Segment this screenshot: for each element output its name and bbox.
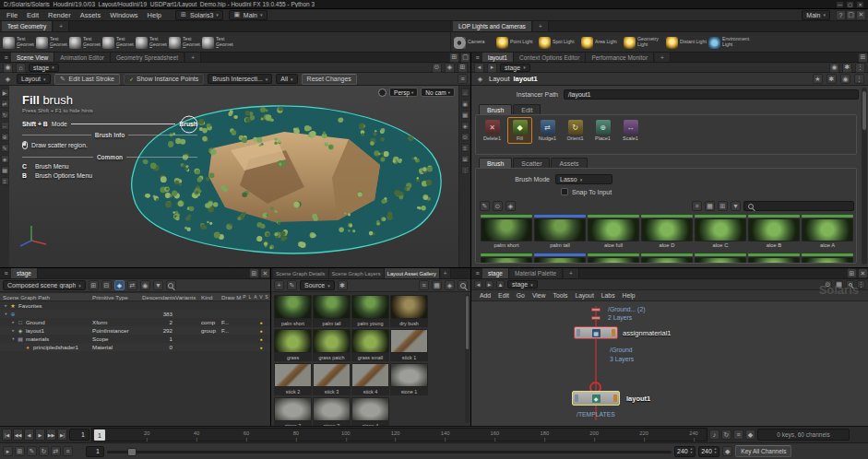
- gallery-item[interactable]: stick 3: [313, 363, 351, 395]
- menu-item[interactable]: Help: [143, 11, 166, 19]
- close-button[interactable]: ✕: [856, 1, 864, 8]
- asset-item[interactable]: palm tall: [533, 215, 587, 250]
- asset-item[interactable]: aloe C: [694, 215, 747, 250]
- camera-lock-icon[interactable]: [378, 88, 386, 97]
- loop-icon[interactable]: ↻: [721, 430, 731, 440]
- asset-item[interactable]: [747, 253, 801, 264]
- move-tool-icon[interactable]: ⇄: [1, 100, 9, 108]
- transport-button[interactable]: ▶|: [57, 429, 67, 441]
- pane-tab-add[interactable]: +: [564, 268, 579, 278]
- shelf-tab-add-2[interactable]: +: [533, 21, 549, 31]
- shelf-tool[interactable]: Test Geometry: T...: [136, 37, 167, 49]
- bypass-flag[interactable]: [575, 394, 578, 402]
- forward-icon[interactable]: ▸: [485, 280, 493, 288]
- pane-close-icon[interactable]: ✕: [858, 268, 868, 278]
- shelf-tab-add[interactable]: +: [54, 21, 69, 31]
- brush-tool[interactable]: ↔ Scale1: [618, 117, 643, 144]
- gear-icon[interactable]: ✱: [842, 63, 852, 73]
- sync-icon[interactable]: ⇄: [51, 446, 61, 456]
- shelf-tool[interactable]: Environment Light: [708, 37, 749, 49]
- handles-tool-icon[interactable]: ⊕: [1, 133, 9, 141]
- brush-tool[interactable]: ⊕ Place1: [590, 117, 615, 144]
- range-a-field[interactable]: 240▲▼: [674, 446, 696, 457]
- menu-item[interactable]: Render: [43, 11, 76, 19]
- pane-tab[interactable]: Scene Graph Layers: [329, 268, 385, 278]
- pane-tab[interactable]: Performance Monitor: [586, 53, 654, 62]
- shelf-tool[interactable]: Geometry Light: [624, 37, 664, 49]
- camera-icon[interactable]: ◉: [140, 280, 150, 290]
- shelf-tool[interactable]: Test Geometry: T...: [102, 37, 134, 49]
- options-icon[interactable]: ≡: [63, 446, 73, 456]
- forward-icon[interactable]: ▸: [487, 63, 497, 73]
- display-flag[interactable]: [613, 394, 617, 402]
- filter-all-dropdown[interactable]: All: [276, 74, 297, 84]
- keyframe-icon[interactable]: ◆: [745, 430, 755, 440]
- select-mode-icon[interactable]: ▸: [3, 446, 13, 456]
- search-icon[interactable]: [458, 280, 468, 290]
- grid-view-icon[interactable]: ▦: [705, 201, 715, 211]
- menu-item[interactable]: Windows: [105, 11, 142, 19]
- layout-split-icon[interactable]: ⊞: [461, 155, 470, 163]
- home-view-icon[interactable]: ⌂: [461, 88, 470, 97]
- brush-tool[interactable]: ↻ Orient1: [563, 117, 588, 144]
- snap-to-input-checkbox[interactable]: [561, 188, 568, 195]
- layout-state-dropdown[interactable]: Layout: [17, 74, 51, 84]
- edit-last-stroke-button[interactable]: ✎Edit Last Stroke: [54, 74, 120, 85]
- pane-split-icon[interactable]: ⊞: [249, 268, 259, 278]
- network-menu-item[interactable]: Labs: [598, 292, 619, 299]
- asset-item[interactable]: [694, 253, 747, 264]
- transport-button[interactable]: ▶: [35, 429, 45, 441]
- pane-split-icon[interactable]: ⊞: [858, 53, 868, 63]
- pane-split-icon[interactable]: ⊞: [847, 268, 857, 278]
- pin-icon[interactable]: ◉: [3, 63, 13, 73]
- gallery-item[interactable]: palm tall: [313, 295, 351, 327]
- filter-icon[interactable]: ▼: [731, 201, 741, 211]
- table-row[interactable]: ▾ ⊕ 383: [0, 310, 270, 318]
- pane-tab[interactable]: layout1: [482, 53, 514, 62]
- list-view-icon[interactable]: ≡: [419, 280, 429, 290]
- shelf-tool[interactable]: Test Geometry: R...: [169, 37, 200, 49]
- menu-item[interactable]: File: [2, 11, 22, 19]
- rotate-tool-icon[interactable]: ↻: [1, 111, 9, 119]
- pane-tab[interactable]: Scene View: [11, 53, 54, 62]
- asset-search-field[interactable]: [743, 201, 854, 211]
- pane-float-icon[interactable]: ▢: [460, 53, 470, 63]
- collapsed-node-dot[interactable]: [591, 316, 600, 320]
- gallery-item[interactable]: grass small: [351, 329, 389, 361]
- asset-item[interactable]: [640, 253, 694, 264]
- persp-view-selector[interactable]: Persp: [389, 88, 418, 97]
- stage-path-selector[interactable]: stage: [500, 64, 530, 72]
- frame-view-icon[interactable]: ◉: [461, 100, 470, 108]
- brush-tool[interactable]: ⇄ Nudge1: [535, 117, 560, 144]
- shelf-tool[interactable]: Test Geometry: R...: [3, 37, 34, 49]
- snapshot-icon[interactable]: ⊙: [432, 63, 442, 73]
- edit-icon[interactable]: ✎: [27, 446, 37, 456]
- pane-menu-icon[interactable]: ≡: [473, 53, 482, 63]
- shelf-tool[interactable]: Area Light: [581, 37, 622, 49]
- snap-icon[interactable]: ◈: [1, 155, 9, 163]
- gallery-item[interactable]: grass patch: [313, 329, 351, 361]
- table-row[interactable]: ▾ ▤ materials Scope 1 ●: [0, 335, 270, 343]
- snapshot-icon[interactable]: ⊙: [461, 133, 470, 141]
- display-options-icon[interactable]: ≡: [461, 144, 470, 152]
- tag-icon[interactable]: ◈: [505, 201, 516, 211]
- table-row[interactable]: ▸ ◈ layout1 PointInstancer 292 group F..…: [0, 326, 270, 335]
- back-icon[interactable]: ◂: [474, 63, 484, 73]
- gallery-item[interactable]: palm young: [351, 295, 389, 327]
- collapse-all-icon[interactable]: ⊟: [101, 280, 112, 290]
- sync-selection-icon[interactable]: ⇄: [127, 280, 137, 290]
- shelf-tab-lop-lights[interactable]: LOP Lights and Cameras: [453, 21, 532, 31]
- network-menu-item[interactable]: Help: [619, 292, 639, 299]
- pane-tab[interactable]: Scene Graph Details: [273, 268, 329, 278]
- params-node-name[interactable]: layout1: [514, 75, 538, 83]
- pane-tab-stage[interactable]: stage: [11, 268, 38, 278]
- eyedropper-icon[interactable]: ⊙: [493, 201, 503, 211]
- show-instance-points-toggle[interactable]: ✓Show Instance Points: [124, 74, 204, 85]
- brush-intersect-dropdown[interactable]: Brush Intersecti...: [208, 74, 272, 84]
- network-menu-item[interactable]: Tools: [550, 292, 572, 299]
- shelf-tool[interactable]: Camera: [454, 37, 494, 49]
- gallery-item[interactable]: dry bush: [390, 295, 428, 327]
- range-slider[interactable]: [107, 446, 672, 457]
- list-view-icon[interactable]: ≡: [692, 201, 702, 211]
- right-main-selector[interactable]: Main: [802, 10, 830, 20]
